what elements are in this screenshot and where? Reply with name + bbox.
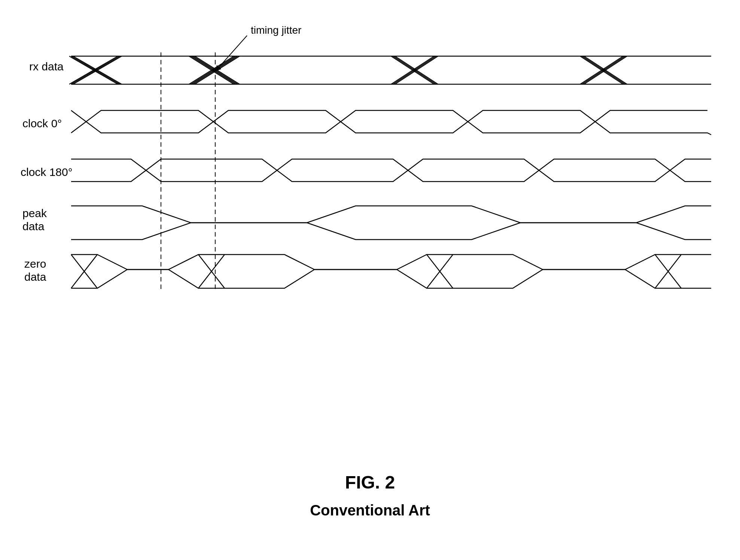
clock180-label: clock 180° (21, 166, 73, 178)
peak-data-label1: peak (22, 207, 47, 219)
rx-data-label: rx data (29, 60, 64, 73)
clock0-label: clock 0° (22, 117, 62, 130)
peak-data-label2: data (22, 220, 45, 232)
zero-data-label2: data (24, 271, 46, 283)
figure-title: FIG. 2 (0, 472, 740, 493)
zero-data-label1: zero (24, 258, 46, 270)
timing-jitter-label: timing jitter (251, 24, 301, 36)
timing-diagram-svg: rx data clock 0° clock 180° peak data ze… (0, 15, 740, 352)
page: rx data clock 0° clock 180° peak data ze… (0, 0, 740, 560)
svg-line-38 (217, 36, 247, 69)
figure-subtitle: Conventional Art (0, 502, 740, 519)
